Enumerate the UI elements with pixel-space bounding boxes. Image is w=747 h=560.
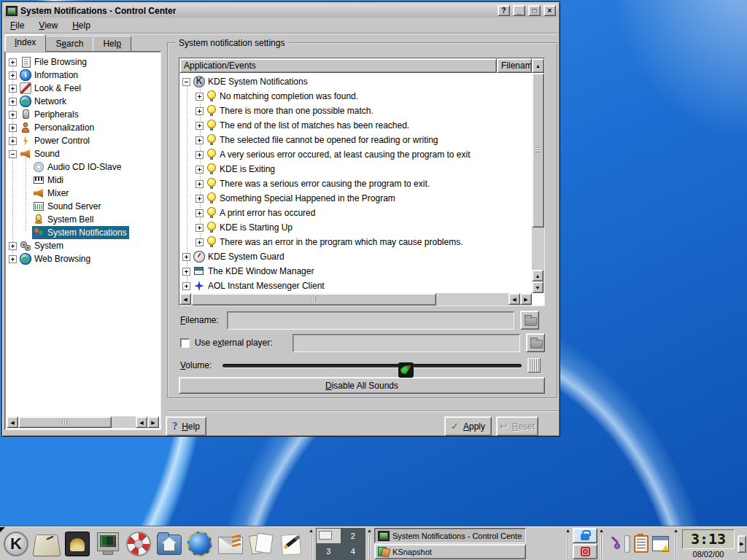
maximize-button[interactable]: □	[528, 5, 541, 16]
event-row[interactable]: The selected file cannot be opened for r…	[180, 133, 532, 147]
scroll-thumb[interactable]	[532, 73, 544, 228]
konsole-launcher[interactable]	[62, 528, 93, 560]
pager-desktop[interactable]: 3	[317, 544, 341, 559]
event-row[interactable]: KDE is Starting Up	[180, 220, 532, 235]
expander-icon[interactable]	[9, 71, 17, 79]
expander-icon[interactable]	[182, 253, 190, 261]
tree-item[interactable]: System Notifications	[7, 226, 159, 239]
scroll-thumb[interactable]	[191, 293, 436, 306]
applet-handle[interactable]	[367, 528, 373, 560]
documents-launcher[interactable]	[246, 528, 276, 560]
help-launcher[interactable]	[123, 528, 154, 560]
event-row[interactable]: KDE System Notifications	[180, 74, 532, 89]
reset-button[interactable]: ↩ Reset	[496, 416, 538, 436]
task-button[interactable]: System Notifications - Control Center	[374, 528, 526, 543]
tree-item[interactable]: Power Control	[7, 134, 159, 147]
event-row[interactable]: AOL Instant Messenger Client	[180, 279, 532, 293]
sidebar-tab[interactable]: Help	[93, 36, 131, 52]
event-row[interactable]: KDE is Exiting	[180, 162, 532, 176]
menu-item[interactable]: View	[39, 20, 58, 31]
scroll-up-button[interactable]	[532, 58, 544, 73]
control-center-launcher[interactable]	[93, 528, 123, 560]
desktop-launcher[interactable]	[31, 528, 62, 560]
clock-applet[interactable]: 3:13 08/02/00	[681, 529, 736, 559]
tree-item[interactable]: Sound	[7, 147, 159, 160]
event-row[interactable]: KDE System Guard	[180, 249, 532, 264]
expander-icon[interactable]	[9, 242, 17, 250]
folder-open-icon[interactable]	[526, 333, 545, 352]
menu-item[interactable]: File	[10, 20, 24, 31]
applet-handle[interactable]	[309, 528, 314, 560]
scroll-left-button[interactable]	[136, 416, 147, 428]
tree-item[interactable]: Web Browsing	[7, 252, 159, 265]
tree-item[interactable]: System	[7, 239, 159, 252]
apply-button[interactable]: ✓ Apply	[444, 416, 492, 436]
task-button[interactable]: KSnapshot	[374, 544, 526, 559]
menu-item[interactable]: Help	[72, 20, 90, 31]
expander-icon[interactable]	[196, 166, 204, 174]
expander-icon[interactable]	[9, 98, 17, 106]
volume-slider-handle[interactable]	[527, 358, 541, 373]
close-button[interactable]: ×	[543, 5, 556, 16]
tree-item[interactable]: Look & Feel	[7, 82, 159, 95]
home-launcher[interactable]	[154, 528, 185, 560]
expander-icon[interactable]	[196, 151, 204, 159]
tree-item[interactable]: Peripherals	[7, 108, 159, 121]
scroll-right-button[interactable]	[147, 416, 159, 428]
tree-item[interactable]: System Bell	[7, 213, 159, 226]
event-row[interactable]: The KDE Window Manager	[180, 264, 532, 279]
scroll-left-button[interactable]	[7, 416, 18, 428]
expander-icon[interactable]	[9, 150, 17, 158]
expander-icon[interactable]	[9, 85, 17, 93]
event-row[interactable]: Something Special Happened in the Progra…	[180, 191, 532, 206]
expander-icon[interactable]	[196, 93, 204, 101]
expander-icon[interactable]	[9, 124, 17, 132]
panel-hide-button[interactable]	[738, 535, 746, 553]
expander-icon[interactable]	[196, 136, 204, 144]
tree-item[interactable]: Information	[7, 69, 159, 82]
expander-icon[interactable]	[182, 282, 190, 290]
expander-icon[interactable]	[196, 209, 204, 217]
vertical-scrollbar[interactable]	[532, 73, 544, 293]
scroll-thumb[interactable]	[18, 416, 112, 428]
folder-open-icon[interactable]	[520, 311, 539, 330]
expander-icon[interactable]	[196, 224, 204, 232]
expander-icon[interactable]	[196, 107, 204, 115]
disable-all-sounds-button[interactable]: Disable All Sounds	[179, 377, 545, 394]
titlebar[interactable]: System Notifications - Control Center ? …	[4, 4, 558, 18]
expander-icon[interactable]	[196, 180, 204, 188]
pager-desktop[interactable]: 2	[341, 529, 365, 544]
expander-icon[interactable]	[9, 111, 17, 119]
logout-button[interactable]	[573, 544, 597, 559]
konqueror-launcher[interactable]	[185, 528, 215, 560]
scroll-down-button[interactable]	[532, 281, 543, 293]
scroll-right-button[interactable]	[520, 293, 532, 305]
editor-launcher[interactable]	[276, 528, 307, 560]
klipper-icon[interactable]	[634, 535, 649, 553]
tree-item[interactable]: Midi	[7, 174, 159, 187]
column-filename[interactable]: Filename	[497, 58, 532, 73]
event-row[interactable]: The end of the list of matches has been …	[180, 118, 532, 133]
applet-handle[interactable]	[565, 528, 571, 560]
tree-item[interactable]: Sound Server	[7, 200, 159, 213]
event-row[interactable]: There was an error in the program which …	[180, 235, 532, 249]
kmail-launcher[interactable]	[215, 528, 246, 560]
tree-horizontal-scrollbar[interactable]	[7, 416, 159, 428]
column-application-events[interactable]: Application/Events	[179, 58, 497, 73]
scroll-left-button[interactable]	[179, 293, 191, 305]
applet-handle[interactable]	[673, 528, 679, 560]
external-player-input[interactable]	[293, 334, 520, 352]
tree-item[interactable]: Mixer	[7, 187, 159, 200]
expander-icon[interactable]	[9, 255, 17, 263]
help-button[interactable]: ? Help	[166, 416, 206, 436]
pager-desktop[interactable]	[317, 529, 341, 544]
sidebar-tab[interactable]: Index	[4, 34, 46, 52]
scroll-up-button[interactable]	[532, 270, 543, 281]
event-row[interactable]: A very serious error occured, at least c…	[180, 147, 532, 162]
lock-screen-button[interactable]	[573, 528, 597, 543]
pager-desktop[interactable]: 4	[341, 544, 365, 559]
filename-input[interactable]	[227, 311, 514, 330]
event-row[interactable]: There is more than one possible match.	[180, 104, 532, 118]
tree-item[interactable]: File Browsing	[7, 55, 159, 69]
titlebar-help-button[interactable]: ?	[498, 5, 510, 16]
